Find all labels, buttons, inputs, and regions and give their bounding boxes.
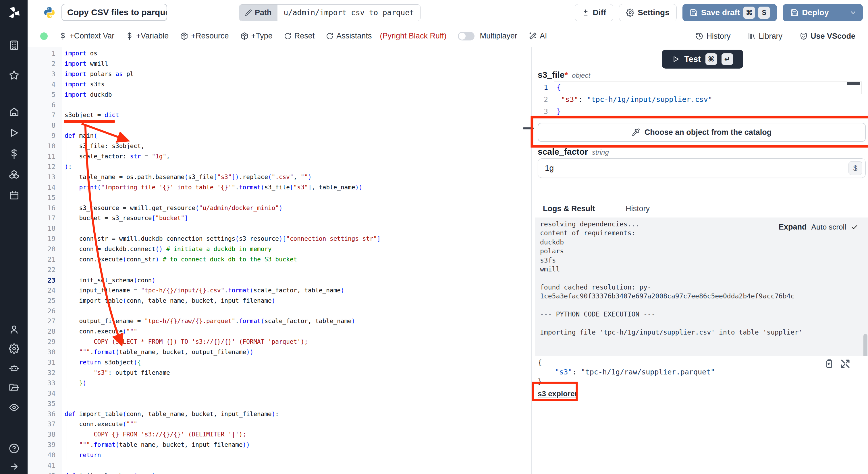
add-type-button[interactable]: +Type xyxy=(240,32,273,40)
use-vscode-button[interactable]: Use VScode xyxy=(800,32,855,41)
code-line[interactable]: 24 input_filename = "tpc-h/{}/input/{}.c… xyxy=(28,285,531,296)
code-line[interactable]: 7s3object = dict xyxy=(28,110,531,120)
multiplayer-toggle[interactable] xyxy=(458,32,474,40)
code-line[interactable]: 16 s3_resource = wmill.get_resource("u/a… xyxy=(28,203,531,213)
code-line[interactable]: 8 xyxy=(28,120,531,131)
code-line[interactable]: 32 "s3": output_filename xyxy=(28,368,531,378)
windmill-logo-icon[interactable] xyxy=(7,6,21,20)
indent-guide xyxy=(67,306,67,316)
code-line[interactable]: 5import duckdb xyxy=(28,90,531,100)
runs-play-icon[interactable] xyxy=(9,128,19,138)
user-icon[interactable] xyxy=(9,324,19,335)
workers-bot-icon[interactable] xyxy=(9,363,19,373)
code-line[interactable]: 12): xyxy=(28,162,531,172)
variables-dollar-icon[interactable] xyxy=(9,148,19,159)
code-line[interactable]: 34 xyxy=(28,388,531,399)
folders-icon[interactable] xyxy=(9,382,19,393)
help-icon[interactable] xyxy=(9,443,19,453)
code-line[interactable]: 6 xyxy=(28,100,531,110)
expand-logs-button[interactable]: Expand xyxy=(779,223,807,232)
code-line[interactable]: 15 xyxy=(28,193,531,203)
schedules-calendar-icon[interactable] xyxy=(9,190,19,200)
deploy-button[interactable]: Deploy xyxy=(783,4,863,21)
code-line[interactable]: 20 conn = duckdb.connect() # initiate a … xyxy=(28,244,531,254)
code-line[interactable]: 13 table_name = os.path.basename(s3_file… xyxy=(28,172,531,182)
code-line[interactable]: 36def import_table(conn, table_name, buc… xyxy=(28,409,531,419)
s3-file-json-editor[interactable]: 1{2 "s3": "tpc-h/1g/input/supplier.csv"3… xyxy=(538,81,866,120)
code-line[interactable]: 19 conn_str = wmill.duckdb_connection_se… xyxy=(28,234,531,244)
check-icon[interactable] xyxy=(851,224,858,231)
tab-history[interactable]: History xyxy=(626,204,650,213)
code-line[interactable]: 38 COPY {} FROM 's3://{}/{}' (DELIMITER … xyxy=(28,429,531,440)
variable-picker-button[interactable]: $ xyxy=(848,161,862,175)
code-line[interactable]: 17 bucket = s3_resource["bucket"] xyxy=(28,213,531,223)
workspace-icon[interactable] xyxy=(9,40,19,50)
code-line[interactable]: 40 return xyxy=(28,450,531,460)
workspace-settings-gear-icon[interactable] xyxy=(9,343,19,354)
code-line[interactable]: 41 xyxy=(28,460,531,471)
add-variable-button[interactable]: +Variable xyxy=(126,32,168,40)
json-line[interactable]: 2 "s3": "tpc-h/1g/input/supplier.csv" xyxy=(538,94,866,106)
home-icon[interactable] xyxy=(9,107,19,117)
deploy-dropdown-button[interactable] xyxy=(844,9,863,16)
code-editor[interactable]: 1import os2import wmill3import polars as… xyxy=(28,47,531,474)
add-resource-button[interactable]: +Resource xyxy=(180,32,229,40)
settings-button[interactable]: Settings xyxy=(619,4,676,21)
code-line[interactable]: 23 init_sql_schema(conn) xyxy=(28,275,531,285)
log-scrollbar[interactable] xyxy=(863,334,867,356)
code-line[interactable]: 30 """.format(table_name, bucket, output… xyxy=(28,347,531,357)
code-line[interactable]: 3import polars as pl xyxy=(28,69,531,79)
code-line[interactable]: 29 COPY (SELECT * FROM {}) TO 's3://{}/{… xyxy=(28,337,531,347)
scale-factor-input[interactable] xyxy=(538,158,866,178)
assistants-button[interactable]: Assistants xyxy=(326,32,372,40)
code-line[interactable]: 11 scale_factor: str = "1g", xyxy=(28,151,531,162)
code-line[interactable]: 1import os xyxy=(28,48,531,59)
lint-status-text[interactable]: (Pyright Black Ruff) xyxy=(380,32,446,40)
diff-button[interactable]: Diff xyxy=(575,4,614,21)
panel-resize-handle[interactable] xyxy=(523,127,534,129)
code-line[interactable]: 35 xyxy=(28,399,531,409)
add-context-var-button[interactable]: +Context Var xyxy=(59,32,114,40)
code-line[interactable]: 31 return s3object({ xyxy=(28,357,531,368)
reset-button[interactable]: Reset xyxy=(284,32,315,40)
preview-panel: Test ⌘ ↵ s3_file*object 1{2 "s3": "tpc-h… xyxy=(535,47,868,474)
json-line[interactable]: 3} xyxy=(538,106,866,117)
code-line[interactable]: 4import s3fs xyxy=(28,79,531,90)
expand-result-icon[interactable] xyxy=(840,359,850,369)
path-value[interactable]: u/admin/import_csv_to_parquet xyxy=(277,5,421,21)
code-line[interactable]: 22 xyxy=(28,265,531,275)
ai-button[interactable]: AI xyxy=(529,32,547,40)
code-line[interactable]: 26 xyxy=(28,306,531,316)
code-line[interactable]: 9def main( xyxy=(28,131,531,141)
resources-boxes-icon[interactable] xyxy=(9,169,19,180)
copy-to-clipboard-icon[interactable] xyxy=(824,359,834,369)
code-line[interactable]: 39 """.format(table_name, bucket, input_… xyxy=(28,440,531,450)
code-line[interactable]: 37 conn.execute(""" xyxy=(28,419,531,429)
code-line[interactable]: 42def init_sql_schema(conn): xyxy=(28,471,531,474)
deploy-main[interactable]: Deploy xyxy=(783,8,836,17)
path-field[interactable]: Path u/admin/import_csv_to_parquet xyxy=(239,4,421,21)
choose-object-button[interactable]: Choose an object from the catalog xyxy=(538,123,866,142)
code-line[interactable]: 10 s3_file: s3object, xyxy=(28,141,531,151)
code-line[interactable]: 28 conn.execute(""" xyxy=(28,326,531,337)
tab-logs-result[interactable]: Logs & Result xyxy=(543,204,595,213)
history-button[interactable]: History xyxy=(695,32,731,41)
expand-sidebar-arrow-icon[interactable] xyxy=(9,461,19,472)
json-line[interactable]: 1{ xyxy=(538,81,866,94)
favorites-star-icon[interactable] xyxy=(9,70,19,80)
save-draft-button[interactable]: Save draft ⌘ S xyxy=(682,4,777,21)
code-line[interactable]: 14 print("Importing file '{}' into table… xyxy=(28,182,531,193)
s3-explorer-link[interactable]: s3 explorer xyxy=(538,390,578,398)
code-line[interactable]: 21 conn.execute(conn_str) # to connect d… xyxy=(28,254,531,265)
test-button[interactable]: Test ⌘ ↵ xyxy=(662,49,743,69)
audit-eye-icon[interactable] xyxy=(9,402,19,413)
log-output[interactable]: resolving dependencies...content of requ… xyxy=(535,217,868,356)
code-line[interactable]: 2import wmill xyxy=(28,59,531,69)
code-line[interactable]: 27 output_filename = "tpc-h/{}/raw/{}.pa… xyxy=(28,316,531,326)
code-line[interactable]: 33 }) xyxy=(28,378,531,388)
code-line[interactable]: 25 import_table(conn, table_name, bucket… xyxy=(28,296,531,306)
library-button[interactable]: Library xyxy=(748,32,782,41)
json-editor-scrollbar[interactable] xyxy=(847,82,860,85)
script-title-input[interactable]: Copy CSV files to parquet xyxy=(61,4,167,21)
code-line[interactable]: 18 xyxy=(28,223,531,234)
